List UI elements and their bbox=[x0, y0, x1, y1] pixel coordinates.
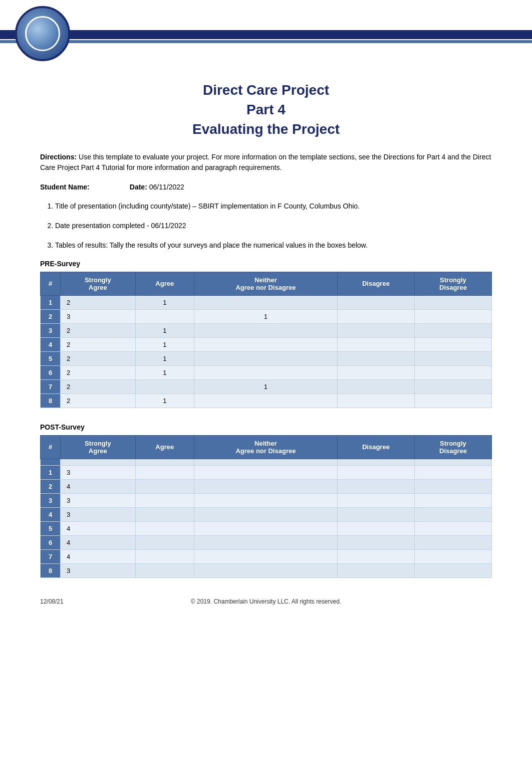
cell-strongly-disagree bbox=[414, 563, 491, 577]
cell-strongly-agree: 4 bbox=[61, 521, 136, 535]
cell-agree bbox=[135, 507, 194, 521]
cell-agree bbox=[135, 309, 194, 323]
cell-neither bbox=[194, 351, 337, 365]
logo bbox=[15, 6, 70, 61]
cell-agree bbox=[135, 493, 194, 507]
table-row: 3 3 bbox=[41, 493, 492, 507]
cell-strongly-disagree bbox=[414, 365, 491, 379]
row-num: 8 bbox=[41, 394, 61, 408]
cell-strongly-disagree bbox=[414, 337, 491, 351]
list-item-2: Date presentation completed - 06/11/2022 bbox=[55, 221, 492, 231]
row-num: 1 bbox=[41, 465, 61, 479]
table-row: 2 4 bbox=[41, 479, 492, 493]
cell-disagree bbox=[337, 351, 414, 365]
date-value: 06/11/2022 bbox=[149, 183, 184, 191]
row-num: 7 bbox=[41, 549, 61, 563]
cell-disagree bbox=[337, 521, 414, 535]
table-row: 1 2 1 bbox=[41, 295, 492, 309]
col-disagree-post: Disagree bbox=[337, 435, 414, 459]
table-row: 8 2 1 bbox=[41, 394, 492, 408]
cell-strongly-disagree bbox=[414, 493, 491, 507]
directions-label: Directions: bbox=[40, 153, 77, 161]
cell-strongly-agree: 2 bbox=[61, 351, 136, 365]
date-label: Date: bbox=[130, 183, 147, 191]
cell-strongly-disagree bbox=[414, 521, 491, 535]
title-line1: Direct Care Project bbox=[203, 82, 329, 98]
date-block: Date: 06/11/2022 bbox=[130, 183, 184, 191]
main-title: Direct Care Project Part 4 Evaluating th… bbox=[40, 80, 492, 139]
directions-text: Use this template to evaluate your proje… bbox=[40, 153, 491, 171]
cell-agree: 1 bbox=[135, 365, 194, 379]
cell-disagree bbox=[337, 563, 414, 577]
numbered-list: Title of presentation (including county/… bbox=[55, 201, 492, 251]
footer: 12/08/21 © 2019. Chamberlain University … bbox=[40, 598, 492, 605]
cell-strongly-disagree bbox=[414, 323, 491, 337]
col-neither: NeitherAgree nor Disagree bbox=[194, 272, 337, 295]
student-date-row: Student Name: Date: 06/11/2022 bbox=[40, 183, 492, 191]
row-num: 6 bbox=[41, 535, 61, 549]
cell-disagree bbox=[337, 465, 414, 479]
cell-strongly-agree: 3 bbox=[61, 493, 136, 507]
cell-neither bbox=[194, 479, 337, 493]
cell-disagree bbox=[337, 507, 414, 521]
cell-agree bbox=[135, 379, 194, 394]
footer-date: 12/08/21 bbox=[40, 598, 80, 605]
row-num: 4 bbox=[41, 337, 61, 351]
col-strongly-disagree: StronglyDisagree bbox=[414, 272, 491, 295]
main-content: Direct Care Project Part 4 Evaluating th… bbox=[0, 65, 532, 635]
col-agree: Agree bbox=[135, 272, 194, 295]
table-row: 7 4 bbox=[41, 549, 492, 563]
col-disagree: Disagree bbox=[337, 272, 414, 295]
table-row bbox=[41, 459, 492, 465]
cell-agree bbox=[135, 563, 194, 577]
pre-survey-table: # StronglyAgree Agree NeitherAgree nor D… bbox=[40, 272, 492, 408]
cell-disagree bbox=[337, 379, 414, 394]
cell-strongly-disagree bbox=[414, 379, 491, 394]
post-survey-label: POST-Survey bbox=[40, 423, 492, 431]
pre-survey-header: # StronglyAgree Agree NeitherAgree nor D… bbox=[41, 272, 492, 295]
footer-copyright: © 2019. Chamberlain University LLC. All … bbox=[80, 598, 452, 605]
cell-disagree bbox=[337, 479, 414, 493]
cell-agree bbox=[135, 521, 194, 535]
title-line3: Evaluating the Project bbox=[192, 121, 340, 137]
cell-disagree bbox=[337, 493, 414, 507]
col-strongly-agree-post: StronglyAgree bbox=[61, 435, 136, 459]
cell-agree: 1 bbox=[135, 351, 194, 365]
cell-neither bbox=[194, 365, 337, 379]
post-survey-header: # StronglyAgree Agree NeitherAgree nor D… bbox=[41, 435, 492, 459]
cell-strongly-agree: 2 bbox=[61, 365, 136, 379]
table-row: 5 2 1 bbox=[41, 351, 492, 365]
cell-agree: 1 bbox=[135, 394, 194, 408]
header bbox=[0, 0, 532, 65]
table-row: 4 3 bbox=[41, 507, 492, 521]
cell-neither bbox=[194, 535, 337, 549]
cell-strongly-disagree bbox=[414, 295, 491, 309]
cell-disagree bbox=[337, 323, 414, 337]
directions-block: Directions: Use this template to evaluat… bbox=[40, 152, 492, 173]
cell-strongly-agree: 4 bbox=[61, 535, 136, 549]
cell-neither: 1 bbox=[194, 379, 337, 394]
row-num: 7 bbox=[41, 379, 61, 394]
cell-strongly-agree: 3 bbox=[61, 507, 136, 521]
row-num: 3 bbox=[41, 493, 61, 507]
table-row: 1 3 bbox=[41, 465, 492, 479]
table-row: 7 2 1 bbox=[41, 379, 492, 394]
cell-neither bbox=[194, 549, 337, 563]
cell-strongly-agree: 2 bbox=[61, 295, 136, 309]
student-name-block: Student Name: bbox=[40, 183, 90, 191]
cell-disagree bbox=[337, 337, 414, 351]
cell-disagree bbox=[337, 394, 414, 408]
post-survey-body: 1 3 2 4 3 3 4 3 5 bbox=[41, 459, 492, 577]
row-num: 6 bbox=[41, 365, 61, 379]
row-num: 8 bbox=[41, 563, 61, 577]
pre-survey-label: PRE-Survey bbox=[40, 260, 492, 268]
cell-strongly-disagree bbox=[414, 535, 491, 549]
row-num: 5 bbox=[41, 351, 61, 365]
cell-agree: 1 bbox=[135, 323, 194, 337]
list-item-3: Tables of results: Tally the results of … bbox=[55, 240, 492, 251]
blue-stripe-bottom bbox=[0, 40, 532, 43]
cell-strongly-agree: 4 bbox=[61, 549, 136, 563]
cell-strongly-agree: 2 bbox=[61, 379, 136, 394]
cell-neither: 1 bbox=[194, 309, 337, 323]
row-num bbox=[41, 459, 61, 465]
